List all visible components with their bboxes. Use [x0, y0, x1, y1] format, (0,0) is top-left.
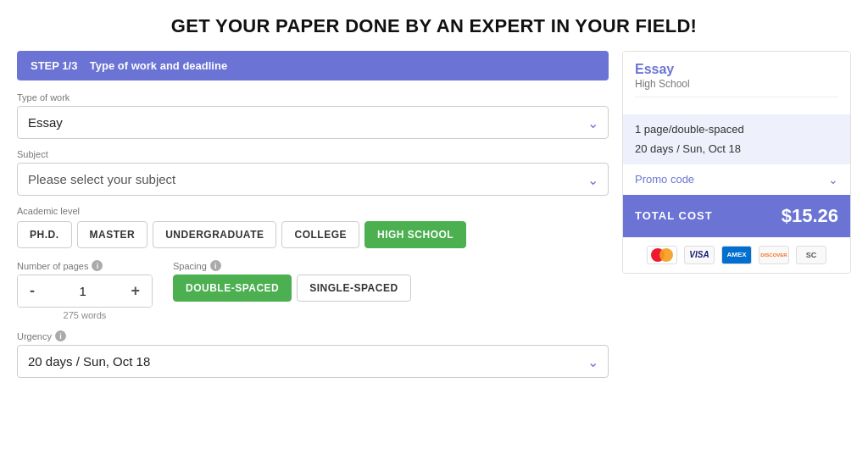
acad-btn-undergraduate[interactable]: UNDERGRADUATE — [153, 221, 276, 248]
pages-section: Number of pages i - 1 + 275 words — [17, 260, 153, 320]
subject-select[interactable]: Please select your subject Math English … — [17, 163, 609, 196]
summary-level: High School — [635, 78, 838, 90]
urgency-wrapper: 20 days / Sun, Oct 18 10 days 7 days 5 d… — [17, 345, 609, 378]
acad-btn-highschool[interactable]: HIGH SCHOOL — [364, 221, 466, 248]
pages-minus-button[interactable]: - — [18, 275, 47, 307]
step-bar: STEP 1/3 Type of work and deadline — [17, 51, 609, 80]
discover-icon: DISCOVER — [759, 246, 789, 264]
promo-label: Promo code — [635, 173, 694, 186]
urgency-select[interactable]: 20 days / Sun, Oct 18 10 days 7 days 5 d… — [17, 345, 609, 378]
form-panel: STEP 1/3 Type of work and deadline Type … — [17, 51, 609, 388]
promo-row[interactable]: Promo code ⌄ — [623, 164, 850, 195]
acad-btn-master[interactable]: MASTER — [77, 221, 148, 248]
summary-detail: 1 page/double-spaced 20 days / Sun, Oct … — [623, 114, 850, 164]
summary-top: Essay High School — [623, 52, 850, 114]
spacing-label: Spacing i — [173, 260, 411, 271]
summary-divider — [635, 97, 838, 97]
academic-level-buttons: PH.D. MASTER UNDERGRADUATE COLLEGE HIGH … — [17, 221, 609, 248]
pages-spacing-controls: Number of pages i - 1 + 275 words Spacin… — [17, 260, 609, 320]
summary-urgency: 20 days / Sun, Oct 18 — [635, 139, 838, 158]
sc-icon: SC — [796, 246, 826, 264]
pages-label: Number of pages i — [17, 260, 153, 271]
total-cost-label: TOTAL COST — [635, 209, 713, 222]
pages-plus-button[interactable]: + — [119, 275, 152, 307]
summary-pages: 1 page/double-spaced — [635, 119, 838, 139]
academic-level-label: Academic level — [17, 206, 609, 216]
mastercard-icon — [647, 246, 677, 264]
urgency-label: Urgency i — [17, 330, 609, 341]
urgency-info-icon[interactable]: i — [55, 330, 66, 341]
visa-icon: VISA — [684, 246, 715, 264]
payment-icons-row: VISA AMEX DISCOVER SC — [623, 237, 850, 273]
amex-icon: AMEX — [721, 246, 752, 264]
spacing-btn-single[interactable]: SINGLE-SPACED — [297, 275, 410, 302]
step-number: STEP 1/3 — [31, 59, 77, 72]
pages-stepper: - 1 + — [17, 275, 153, 308]
pages-value: 1 — [47, 284, 119, 298]
type-of-work-select[interactable]: Essay Research Paper Term Paper Coursewo… — [17, 106, 609, 139]
spacing-buttons: DOUBLE-SPACED SINGLE-SPACED — [173, 275, 411, 302]
summary-card: Essay High School 1 page/double-spaced 2… — [622, 51, 851, 274]
page-title: GET YOUR PAPER DONE BY AN EXPERT IN YOUR… — [17, 15, 851, 37]
step-description: Type of work and deadline — [90, 59, 227, 72]
promo-chevron-icon: ⌄ — [828, 173, 838, 186]
subject-label: Subject — [17, 149, 609, 159]
total-cost-bar: TOTAL COST $15.26 — [623, 195, 850, 237]
acad-btn-college[interactable]: COLLEGE — [281, 221, 359, 248]
summary-type: Essay — [635, 62, 838, 77]
mc-orange-circle — [659, 248, 673, 262]
spacing-btn-double[interactable]: DOUBLE-SPACED — [173, 275, 292, 302]
summary-panel: Essay High School 1 page/double-spaced 2… — [622, 51, 851, 388]
total-cost-amount: $15.26 — [782, 205, 838, 227]
pages-info-icon[interactable]: i — [92, 260, 103, 271]
spacing-section: Spacing i DOUBLE-SPACED SINGLE-SPACED — [173, 260, 411, 302]
spacing-info-icon[interactable]: i — [210, 260, 221, 271]
words-count: 275 words — [17, 310, 153, 320]
subject-wrapper: Please select your subject Math English … — [17, 163, 609, 196]
type-of-work-label: Type of work — [17, 92, 609, 103]
acad-btn-phd[interactable]: PH.D. — [17, 221, 72, 248]
type-of-work-wrapper: Essay Research Paper Term Paper Coursewo… — [17, 106, 609, 139]
